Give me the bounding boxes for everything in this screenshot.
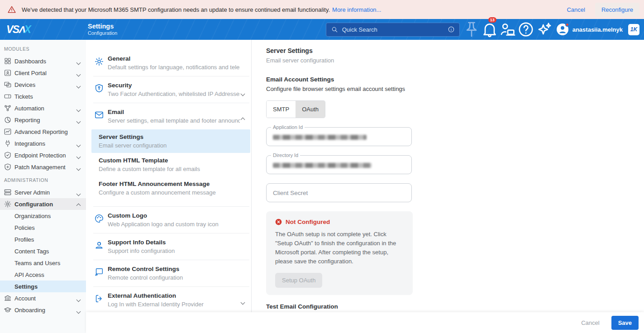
search-info-icon[interactable] xyxy=(448,26,455,33)
tickets-icon xyxy=(4,92,12,100)
directory-id-field[interactable]: Directory Id xyxy=(266,155,412,174)
sidebar-item-integrations[interactable]: Integrations xyxy=(0,138,86,149)
cancel-button[interactable]: Cancel xyxy=(581,319,599,326)
general-gear-icon xyxy=(94,57,104,67)
footer-action-bar: Cancel Save xyxy=(86,312,644,333)
smtp-warning-banner: We've detected that your Microsoft M365 … xyxy=(0,0,644,19)
oauth-status-box: Not Configured The OAuth setup is not co… xyxy=(266,211,413,295)
sidebar-item-policies[interactable]: Policies xyxy=(0,222,86,233)
nav-item-custom-html-template[interactable]: Custom HTML Template Define a custom tem… xyxy=(91,153,250,176)
settings-category-remote-control[interactable]: Remote Control Settings Remote control c… xyxy=(86,260,251,286)
nav-item-server-settings[interactable]: Server Settings Email server configurati… xyxy=(91,129,250,153)
more-information-link[interactable]: More information... xyxy=(332,6,381,13)
directory-id-label: Directory Id xyxy=(271,152,300,158)
security-shield-icon xyxy=(94,83,104,93)
chevron-down-icon xyxy=(77,71,80,77)
sidebar-item-tickets[interactable]: Tickets xyxy=(0,90,86,102)
settings-category-custom-logo[interactable]: Custom Logo Web Application logo and cus… xyxy=(86,207,251,233)
dashboards-icon xyxy=(4,57,12,65)
vsa-x-logo[interactable]: VSΛX xyxy=(0,24,86,36)
sidebar-item-automation[interactable]: Automation xyxy=(0,102,86,114)
sidebar-item-client-portal[interactable]: Client Portal xyxy=(0,67,86,79)
sidebar-item-api-access[interactable]: API Access xyxy=(0,269,86,281)
administration-section-label: ADMINISTRATION xyxy=(0,173,86,186)
chevron-down-icon xyxy=(77,296,80,303)
chevron-down-icon xyxy=(77,165,80,171)
status-title: Not Configured xyxy=(286,219,330,225)
user-menu[interactable]: anastasiia.melnyk xyxy=(557,24,623,35)
banner-reconfigure-button[interactable]: Reconfigure xyxy=(595,3,639,17)
vsa-x-app: We've detected that your Microsoft M365 … xyxy=(0,0,644,333)
kaseya-badge[interactable]: 1K xyxy=(628,24,639,35)
sidebar-item-profiles[interactable]: Profiles xyxy=(0,233,86,245)
help-icon[interactable] xyxy=(517,20,535,38)
settings-category-general[interactable]: General Default settings for language, n… xyxy=(86,50,251,76)
tab-oauth[interactable]: OAuth xyxy=(296,101,325,118)
logo-accent: X xyxy=(24,24,31,36)
sidebar-item-devices[interactable]: Devices xyxy=(0,79,86,90)
error-circle-icon xyxy=(275,219,282,225)
remote-sessions-icon[interactable] xyxy=(499,20,517,38)
banner-cancel-button[interactable]: Cancel xyxy=(560,3,591,17)
sidebar-item-configuration[interactable]: Configuration xyxy=(0,198,86,210)
modules-section-label: MODULES xyxy=(0,42,86,55)
onboarding-icon xyxy=(4,306,12,314)
sidebar-item-endpoint-protection[interactable]: Endpoint Protection xyxy=(0,149,86,161)
sidebar-item-content-tags[interactable]: Content Tags xyxy=(0,245,86,257)
sidebar-item-server-admin[interactable]: Server Admin xyxy=(0,186,86,198)
chevron-down-icon xyxy=(77,118,80,124)
tab-smtp[interactable]: SMTP xyxy=(267,101,296,118)
palette-icon xyxy=(94,214,104,224)
ai-sparkle-icon[interactable] xyxy=(535,20,553,38)
settings-category-support-info[interactable]: Support Info Details Support info config… xyxy=(86,233,251,260)
chevron-down-icon xyxy=(77,141,80,148)
automation-icon xyxy=(4,104,12,112)
chevron-down-icon xyxy=(77,59,80,66)
configuration-gear-icon xyxy=(4,200,12,208)
account-icon xyxy=(4,294,12,302)
email-account-settings-desc: Configure file browser settings email ac… xyxy=(266,86,644,92)
main-area: MODULES Dashboards Client Portal Devices… xyxy=(0,40,644,333)
chevron-up-icon xyxy=(77,202,80,209)
sidebar-item-teams-and-users[interactable]: Teams and Users xyxy=(0,257,86,269)
panel-title: Server Settings xyxy=(266,47,644,54)
endpoint-protection-icon xyxy=(4,151,12,159)
settings-category-security[interactable]: Security Two Factor Authentication, whit… xyxy=(86,76,251,103)
sidebar-item-account[interactable]: Account xyxy=(0,292,86,304)
server-admin-icon xyxy=(4,188,12,196)
external-auth-icon xyxy=(94,294,104,304)
sidebar-item-advanced-reporting[interactable]: Advanced Reporting xyxy=(0,126,86,138)
application-id-field[interactable]: Application Id xyxy=(266,127,412,146)
sidebar-item-dashboards[interactable]: Dashboards xyxy=(0,55,86,67)
patch-management-icon xyxy=(4,163,12,171)
application-id-label: Application Id xyxy=(271,124,305,130)
remote-control-icon xyxy=(94,267,104,277)
chevron-down-icon xyxy=(77,308,80,314)
pin-icon[interactable] xyxy=(463,20,481,38)
sidebar: MODULES Dashboards Client Portal Devices… xyxy=(0,40,86,333)
notifications-bell-icon[interactable]: 13 xyxy=(481,20,499,38)
chevron-down-icon xyxy=(241,89,244,97)
save-button[interactable]: Save xyxy=(611,316,639,330)
sidebar-item-onboarding[interactable]: Onboarding xyxy=(0,304,86,316)
username: anastasiia.melnyk xyxy=(572,26,623,33)
avatar-status-dot xyxy=(565,23,569,27)
chevron-down-icon xyxy=(77,153,80,160)
setup-oauth-button[interactable]: Setup OAuth xyxy=(275,273,322,288)
quick-search-input[interactable]: Quick Search xyxy=(326,23,460,37)
client-portal-icon xyxy=(4,69,12,77)
chevron-down-icon xyxy=(77,106,80,113)
chevron-up-icon xyxy=(241,115,244,123)
redacted-value xyxy=(273,135,367,140)
settings-category-email[interactable]: Email Server settings, email template an… xyxy=(86,103,251,129)
sidebar-item-reporting[interactable]: Reporting xyxy=(0,114,86,126)
client-secret-placeholder: Client Secret xyxy=(273,190,308,196)
nav-item-footer-html-announcement[interactable]: Footer HTML Announcement Message Configu… xyxy=(91,176,250,200)
sidebar-item-organizations[interactable]: Organizations xyxy=(0,210,86,222)
settings-nav-panel: General Default settings for language, n… xyxy=(86,40,252,333)
settings-category-external-authentication[interactable]: External Authentication Log In with Exte… xyxy=(86,287,251,313)
sidebar-item-settings[interactable]: Settings xyxy=(0,281,86,292)
sidebar-item-patch-management[interactable]: Patch Management xyxy=(0,161,86,173)
client-secret-field[interactable]: Client Secret xyxy=(266,183,412,202)
notification-badge: 13 xyxy=(488,17,496,23)
